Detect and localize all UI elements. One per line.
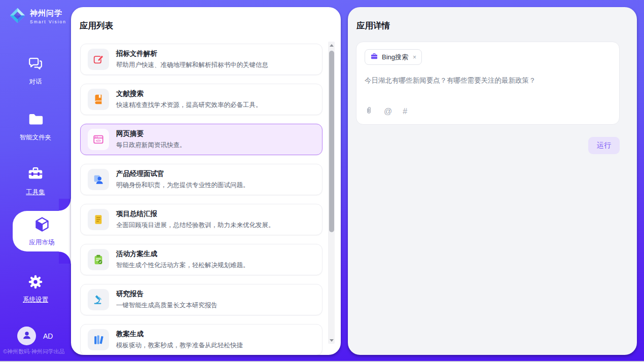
app-description: 一键智能生成高质量长文本研究报告 — [116, 301, 218, 310]
app-title: 活动方案生成 — [116, 249, 249, 259]
scroll-up-icon[interactable] — [328, 42, 335, 49]
user-account[interactable]: AD — [17, 327, 53, 345]
chat-icon — [27, 55, 44, 74]
app-title: 研究报告 — [116, 289, 218, 299]
sidebar-item-toolset[interactable]: 工具集 — [0, 165, 71, 197]
app-list-title: 应用列表 — [80, 20, 113, 31]
books-icon — [88, 329, 109, 350]
app-detail-title: 应用详情 — [356, 20, 390, 31]
clipboard-check-icon — [88, 249, 109, 270]
sidebar-item-app-market[interactable]: 应用市场 — [13, 211, 71, 251]
hash-icon[interactable]: # — [403, 107, 407, 116]
query-input-text[interactable]: 今日湖北有哪些新闻要点？有哪些需要关注的最新政策？ — [365, 76, 611, 85]
scrollbar[interactable] — [328, 42, 335, 344]
app-title: 文献搜索 — [116, 89, 262, 98]
app-card-literature-search[interactable]: 文献搜索 快速精准查找学术资源，提高研究效率的必备工具。 — [80, 84, 323, 115]
microscope-icon — [88, 289, 109, 310]
app-list: 招标文件解析 帮助用户快速、准确地理解和解析招标书中的关键信息 文献搜索 快速精… — [80, 44, 323, 355]
briefcase-icon — [370, 52, 378, 62]
tool-chip-bing-search[interactable]: Bing搜索 × — [365, 49, 422, 65]
prompt-composer[interactable]: Bing搜索 × 今日湖北有哪些新闻要点？有哪些需要关注的最新政策？ @ # — [356, 42, 620, 125]
sidebar-item-smart-folder[interactable]: 智能文件夹 — [0, 111, 71, 142]
app-card-research-report[interactable]: 研究报告 一键智能生成高质量长文本研究报告 — [80, 284, 323, 315]
app-card-event-plan[interactable]: 活动方案生成 智能生成个性化活动方案，轻松解决规划难题。 — [80, 244, 323, 275]
app-card-web-summary[interactable]: </> 网页摘要 每日政府新闻资讯快查。 — [80, 124, 323, 155]
interviewer-icon — [88, 169, 109, 190]
sidebar-item-label: 智能文件夹 — [20, 133, 52, 142]
active-tab-curve-bottom — [59, 251, 71, 264]
browser-code-icon: </> — [88, 129, 109, 150]
sidebar-item-label: 应用市场 — [29, 238, 55, 247]
scrollbar-thumb[interactable] — [329, 51, 334, 232]
diamond-logo-icon — [9, 7, 26, 26]
at-icon[interactable]: @ — [384, 107, 392, 116]
app-description: 模板驱动，教案秒成，教学准备从此轻松快捷 — [116, 341, 243, 350]
app-title: 产品经理面试官 — [116, 169, 249, 178]
sidebar-item-label: 工具集 — [26, 188, 45, 197]
app-card-lesson-plan[interactable]: 教案生成 模板驱动，教案秒成，教学准备从此轻松快捷 — [80, 324, 323, 355]
app-description: 明确身份和职责，为您提供专业性的面试问题。 — [116, 181, 249, 190]
avatar — [17, 327, 36, 345]
app-list-panel: 应用列表 招标文件解析 帮助用户快速、准确地理解和解析招标书中的关键信息 — [71, 7, 341, 355]
svg-text:</>: </> — [96, 139, 101, 142]
scroll-down-icon[interactable] — [328, 337, 335, 344]
app-description: 全面回顾项目进展，总结经验教训，助力未来优化发展。 — [116, 221, 275, 230]
app-logo: 神州问学 Smart Vision — [9, 7, 66, 26]
folder-icon — [27, 111, 44, 130]
logo-subtitle: Smart Vision — [30, 19, 66, 24]
sidebar-item-chat[interactable]: 对话 — [0, 55, 71, 86]
app-card-pm-interviewer[interactable]: 产品经理面试官 明确身份和职责，为您提供专业性的面试问题。 — [80, 164, 323, 195]
app-title: 网页摘要 — [116, 129, 186, 138]
app-title: 项目总结汇报 — [116, 209, 275, 219]
logo-title: 神州问学 — [30, 9, 66, 18]
sidebar: 神州问学 Smart Vision 对话 智能文件夹 — [0, 0, 71, 362]
app-description: 帮助用户快速、准确地理解和解析招标书中的关键信息 — [116, 61, 268, 69]
paperclip-icon[interactable] — [365, 105, 373, 117]
app-description: 智能生成个性化活动方案，轻松解决规划难题。 — [116, 261, 249, 270]
sidebar-item-label: 对话 — [29, 78, 42, 86]
gear-icon — [27, 274, 44, 292]
close-icon[interactable]: × — [413, 54, 416, 61]
app-card-project-summary[interactable]: 项目总结汇报 全面回顾项目进展，总结经验教训，助力未来优化发展。 — [80, 204, 323, 235]
app-description: 每日政府新闻资讯快查。 — [116, 141, 186, 150]
book-icon — [88, 89, 109, 110]
active-tab-curve-top — [59, 199, 71, 211]
avatar-person-icon — [21, 330, 32, 343]
app-detail-panel: 应用详情 Bing搜索 × 今日湖北有哪些新闻要点？有哪些需要关注的最新政策？ … — [348, 7, 637, 355]
document-icon — [88, 209, 109, 230]
user-name: AD — [43, 332, 53, 340]
run-button[interactable]: 运行 — [588, 137, 620, 154]
app-description: 快速精准查找学术资源，提高研究效率的必备工具。 — [116, 101, 262, 110]
app-card-bid-parse[interactable]: 招标文件解析 帮助用户快速、准确地理解和解析招标书中的关键信息 — [80, 44, 323, 75]
toolbox-icon — [27, 165, 44, 185]
sidebar-item-label: 系统设置 — [23, 296, 48, 304]
edit-icon — [88, 49, 109, 70]
cube-icon — [33, 215, 51, 236]
app-title: 招标文件解析 — [116, 49, 268, 58]
copyright-footer: ©神州数码·神州问学出品 — [3, 348, 65, 355]
sidebar-item-settings[interactable]: 系统设置 — [0, 274, 71, 304]
tool-chip-label: Bing搜索 — [382, 53, 408, 62]
app-title: 教案生成 — [116, 330, 243, 339]
